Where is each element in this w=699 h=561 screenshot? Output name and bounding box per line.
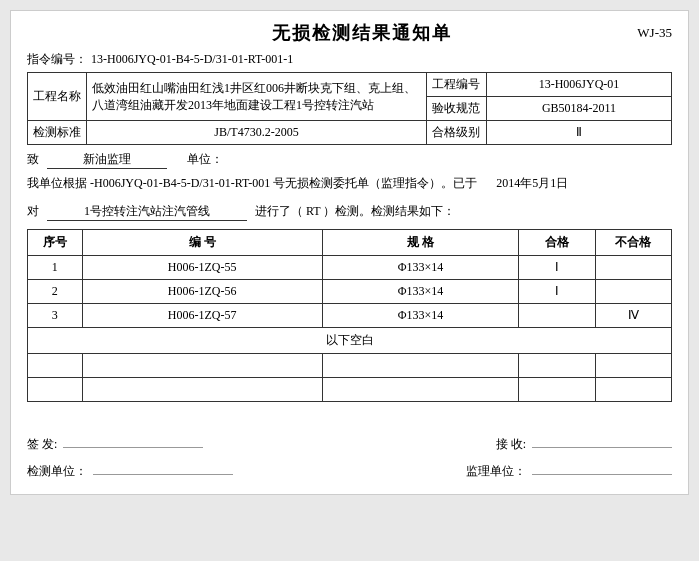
info-row-3: 检测标准 JB/T4730.2-2005 合格级别 Ⅱ: [28, 121, 672, 145]
acceptance-value: GB50184-2011: [487, 97, 672, 121]
data-table-header-row: 序号 编 号 规 格 合格 不合格: [28, 229, 672, 255]
col-fail: 不合格: [595, 229, 671, 255]
cell-fail: [595, 377, 671, 401]
subject-row: 对 1号控转注汽站注汽管线 进行了（ RT ）检测。检测结果如下：: [27, 203, 672, 221]
cell-seq: [28, 377, 83, 401]
body-text: 我单位根据 -H006JYQ-01-B4-5-D/31-01-RT-001 号无…: [27, 173, 672, 195]
table-row: [28, 377, 672, 401]
cell-code: [82, 377, 322, 401]
table-row: 以下空白: [28, 327, 672, 353]
cell-fail: [595, 279, 671, 303]
data-table: 序号 编 号 规 格 合格 不合格 1H006-1ZQ-55Φ133×14Ⅰ2H…: [27, 229, 672, 402]
footer-sign-row: 签 发: 接 收:: [27, 436, 672, 453]
cell-pass: Ⅰ: [519, 279, 595, 303]
document-code: WJ-35: [637, 25, 672, 41]
info-table: 工程名称 低效油田红山嘴油田红浅1井区红006井断块克下组、克上组、八道湾组油藏…: [27, 72, 672, 145]
instruction-label: 指令编号：: [27, 51, 87, 68]
grade-label: 合格级别: [427, 121, 487, 145]
project-code-value: 13-H006JYQ-01: [487, 73, 672, 97]
to-label: 致: [27, 151, 39, 168]
project-name-label: 工程名称: [28, 73, 87, 121]
instruction-value: 13-H006JYQ-01-B4-5-D/31-01-RT-001-1: [91, 52, 672, 67]
inspection-unit-value: [93, 474, 233, 475]
inspection-unit-label: 检测单位：: [27, 463, 87, 480]
cell-pass: Ⅰ: [519, 255, 595, 279]
unit-label: 单位：: [187, 151, 223, 168]
inspection-std-label: 检测标准: [28, 121, 87, 145]
cell-code: H006-1ZQ-57: [82, 303, 322, 327]
cell-pass: [519, 303, 595, 327]
inspection-std-value: JB/T4730.2-2005: [87, 121, 427, 145]
document-title: 无损检测结果通知单: [87, 21, 637, 45]
cell-code: [82, 353, 322, 377]
project-code-label: 工程编号: [427, 73, 487, 97]
sign-label: 签 发:: [27, 436, 57, 453]
subject-value: 1号控转注汽站注汽管线: [47, 203, 247, 221]
col-pass: 合格: [519, 229, 595, 255]
cell-code: H006-1ZQ-56: [82, 279, 322, 303]
cell-spec: Φ133×14: [322, 255, 518, 279]
sign-value: [63, 447, 203, 448]
supervision-unit-item: 监理单位：: [466, 463, 672, 480]
cell-fail: [595, 353, 671, 377]
cell-fail: [595, 255, 671, 279]
body-line1-date: 2014年5月1日: [496, 176, 568, 190]
to-value: 新油监理: [47, 151, 167, 169]
supervision-unit-value: [532, 474, 672, 475]
spacer: [27, 408, 672, 428]
instruction-row: 指令编号： 13-H006JYQ-01-B4-5-D/31-01-RT-001-…: [27, 51, 672, 68]
subject-tail: 进行了（ RT ）检测。检测结果如下：: [255, 203, 455, 220]
inspection-unit-item: 检测单位：: [27, 463, 233, 480]
cell-fail: Ⅳ: [595, 303, 671, 327]
col-seq: 序号: [28, 229, 83, 255]
cell-spec: Φ133×14: [322, 303, 518, 327]
table-row: 1H006-1ZQ-55Φ133×14Ⅰ: [28, 255, 672, 279]
document-header: 无损检测结果通知单 WJ-35: [27, 21, 672, 45]
body-line1-pre: 我单位根据 -H006JYQ-01-B4-5-D/31-01-RT-001 号无…: [27, 176, 477, 190]
receive-value: [532, 447, 672, 448]
blank-note: 以下空白: [28, 327, 672, 353]
supervision-unit-label: 监理单位：: [466, 463, 526, 480]
cell-spec: Φ133×14: [322, 279, 518, 303]
acceptance-label: 验收规范: [427, 97, 487, 121]
sig-row: 检测单位： 监理单位：: [27, 463, 672, 480]
table-row: 2H006-1ZQ-56Φ133×14Ⅰ: [28, 279, 672, 303]
receive-label: 接 收:: [496, 436, 526, 453]
cell-seq: 3: [28, 303, 83, 327]
sign-item: 签 发:: [27, 436, 203, 453]
cell-code: H006-1ZQ-55: [82, 255, 322, 279]
subject-label: 对: [27, 203, 39, 220]
cell-seq: 1: [28, 255, 83, 279]
table-row: [28, 353, 672, 377]
to-row: 致 新油监理 单位：: [27, 151, 672, 169]
grade-value: Ⅱ: [487, 121, 672, 145]
col-spec: 规 格: [322, 229, 518, 255]
cell-pass: [519, 353, 595, 377]
table-row: 3H006-1ZQ-57Φ133×14Ⅳ: [28, 303, 672, 327]
info-row-1: 工程名称 低效油田红山嘴油田红浅1井区红006井断块克下组、克上组、八道湾组油藏…: [28, 73, 672, 97]
receive-item: 接 收:: [496, 436, 672, 453]
cell-spec: [322, 377, 518, 401]
project-name-value: 低效油田红山嘴油田红浅1井区红006井断块克下组、克上组、八道湾组油藏开发201…: [87, 73, 427, 121]
cell-pass: [519, 377, 595, 401]
footer-section: 签 发: 接 收: 检测单位： 监理单位：: [27, 436, 672, 480]
cell-spec: [322, 353, 518, 377]
cell-seq: 2: [28, 279, 83, 303]
cell-seq: [28, 353, 83, 377]
col-code: 编 号: [82, 229, 322, 255]
document-page: 无损检测结果通知单 WJ-35 指令编号： 13-H006JYQ-01-B4-5…: [10, 10, 689, 495]
